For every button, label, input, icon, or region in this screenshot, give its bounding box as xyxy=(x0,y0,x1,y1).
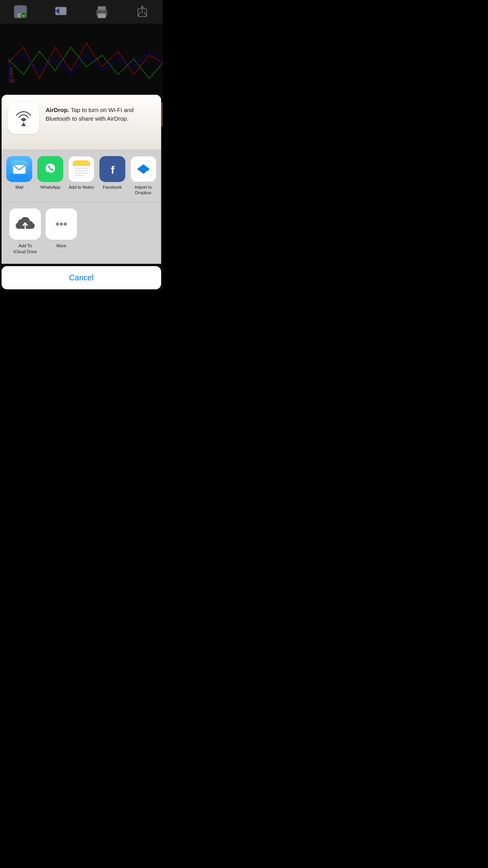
cancel-label: Cancel xyxy=(69,273,94,282)
dropbox-label: Import toDropbox xyxy=(135,184,152,196)
svg-rect-31 xyxy=(73,163,90,166)
notes-label: Add to Notes xyxy=(69,184,94,190)
more-label: More xyxy=(56,243,66,248)
app-item-facebook[interactable]: f Facebook xyxy=(98,156,126,196)
mail-label: Mail xyxy=(15,184,23,190)
airdrop-section[interactable]: AirDrop. Tap to turn on Wi-Fi and Blueto… xyxy=(2,95,161,150)
svg-point-45 xyxy=(56,223,59,226)
mail-app-icon xyxy=(6,156,32,182)
dropbox-app-icon xyxy=(130,156,156,182)
svg-point-46 xyxy=(60,223,63,226)
apps-section: Mail WhatsApp xyxy=(2,150,161,202)
apps-row: Mail WhatsApp xyxy=(6,156,161,196)
whatsapp-app-icon xyxy=(37,156,63,182)
icloud-label: Add ToiCloud Drive xyxy=(13,243,37,254)
action-item-more[interactable]: More xyxy=(46,208,77,254)
actions-row: Add ToiCloud Drive More xyxy=(9,208,153,254)
action-item-icloud[interactable]: Add ToiCloud Drive xyxy=(9,208,41,254)
airdrop-icon xyxy=(8,103,39,134)
actions-section: Add ToiCloud Drive More xyxy=(2,202,161,264)
share-sheet: AirDrop. Tap to turn on Wi-Fi and Blueto… xyxy=(0,95,163,289)
share-main-card: AirDrop. Tap to turn on Wi-Fi and Blueto… xyxy=(2,95,161,264)
whatsapp-label: WhatsApp xyxy=(40,184,61,190)
airdrop-text: AirDrop. Tap to turn on Wi-Fi and Blueto… xyxy=(46,103,155,123)
app-item-notes[interactable]: Add to Notes xyxy=(68,156,95,196)
cancel-button[interactable]: Cancel xyxy=(2,266,161,289)
svg-point-47 xyxy=(64,223,67,226)
app-item-dropbox[interactable]: Import toDropbox xyxy=(129,156,157,196)
icloud-icon xyxy=(9,208,41,240)
app-item-whatsapp[interactable]: WhatsApp xyxy=(37,156,64,196)
more-icon xyxy=(46,208,77,240)
airdrop-bold: AirDrop. xyxy=(46,107,69,113)
svg-text:f: f xyxy=(111,164,115,176)
facebook-label: Facebook xyxy=(103,184,122,190)
facebook-app-icon: f xyxy=(99,156,125,182)
notes-app-icon xyxy=(68,156,94,182)
app-item-mail[interactable]: Mail xyxy=(6,156,33,196)
